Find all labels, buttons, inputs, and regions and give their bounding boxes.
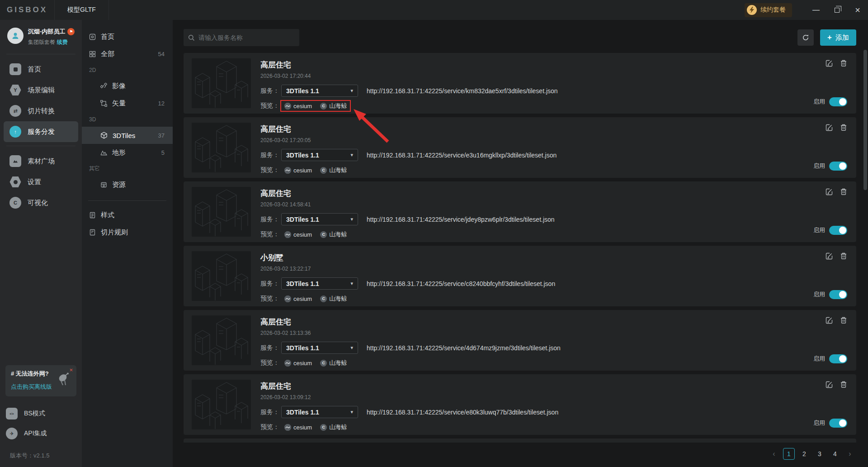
sidebar-item-visualization[interactable]: C 可视化 xyxy=(4,192,78,213)
sidebar-item-asset-market[interactable]: 素材广场 xyxy=(4,151,78,172)
enable-toggle[interactable] xyxy=(829,97,847,106)
enable-toggle[interactable] xyxy=(829,354,847,363)
home-outline-icon xyxy=(89,33,96,40)
service-card: 高层住宅 2026-03-02 13:13:36 服务： 3DTiles 1.1… xyxy=(184,310,856,371)
trash-icon xyxy=(840,252,847,260)
whale-preview-link[interactable]: C 山海鲸 xyxy=(320,359,347,367)
catalog-item-3dtiles[interactable]: 3DTiles 37 xyxy=(82,127,173,144)
service-type-select[interactable]: 3DTiles 1.1 ▾ xyxy=(281,149,358,161)
edit-button[interactable] xyxy=(826,59,833,67)
whale-preview-link[interactable]: C 山海鲸 xyxy=(320,102,347,110)
catalog-item-vector[interactable]: 矢量 12 xyxy=(82,95,173,112)
sidebar-item-bs-mode[interactable]: <> BS模式 xyxy=(0,404,82,424)
enable-toggle[interactable] xyxy=(829,162,847,171)
terrain-icon xyxy=(100,149,107,156)
catalog-item-home[interactable]: 首页 xyxy=(82,28,173,45)
sidebar-item-slice-convert[interactable]: ⇄ 切片转换 xyxy=(4,100,78,121)
whale-preview-link[interactable]: C 山海鲸 xyxy=(320,166,347,174)
vertical-scrollbar[interactable] xyxy=(863,50,867,190)
edit-button[interactable] xyxy=(826,188,833,195)
enable-toggle[interactable] xyxy=(829,226,847,235)
user-profile[interactable]: 沉烟-内部员工⚑ 集团版套餐续费 xyxy=(0,20,82,53)
catalog-label: 矢量 xyxy=(112,99,126,108)
satellite-icon xyxy=(100,83,107,90)
delete-button[interactable] xyxy=(840,59,847,67)
minimize-button[interactable]: — xyxy=(806,0,826,20)
catalog-item-style[interactable]: 样式 xyxy=(82,206,173,224)
preview-links: cesium C 山海鲸 xyxy=(281,358,350,368)
service-list: 高层住宅 2026-03-02 17:20:44 服务： 3DTiles 1.1… xyxy=(184,53,856,435)
catalog-item-imagery[interactable]: 影像 xyxy=(82,77,173,95)
service-type-value: 3DTiles 1.1 xyxy=(286,344,319,352)
delete-button[interactable] xyxy=(840,252,847,260)
plus-icon: + xyxy=(827,33,832,42)
cesium-label: cesium xyxy=(293,167,312,174)
cesium-preview-link[interactable]: cesium xyxy=(284,102,312,110)
service-type-select[interactable]: 3DTiles 1.1 ▾ xyxy=(281,277,358,290)
delete-button[interactable] xyxy=(840,381,847,388)
catalog-count: 37 xyxy=(158,132,165,139)
catalog-label: 首页 xyxy=(101,33,114,41)
service-type-select[interactable]: 3DTiles 1.1 ▾ xyxy=(281,85,358,97)
sidebar-item-scene-edit[interactable]: Y 场景编辑 xyxy=(4,80,78,100)
edit-button[interactable] xyxy=(826,381,833,388)
enable-toggle[interactable] xyxy=(829,419,847,428)
enable-toggle[interactable] xyxy=(829,290,847,299)
sidebar-item-api-integration[interactable]: ✈ API集成 xyxy=(0,424,82,443)
next-page-button[interactable]: › xyxy=(844,450,855,458)
toggle-knob xyxy=(839,227,846,234)
close-button[interactable]: × xyxy=(847,0,868,20)
whale-preview-link[interactable]: C 山海鲸 xyxy=(320,295,347,303)
catalog-item-slice-rule[interactable]: 切片规则 xyxy=(82,224,173,241)
cesium-icon xyxy=(284,360,291,367)
search-input[interactable] xyxy=(198,34,295,41)
delete-button[interactable] xyxy=(840,124,847,131)
enabled-label: 启用 xyxy=(813,291,825,299)
catalog-item-resource[interactable]: 资源 xyxy=(82,176,173,193)
refresh-button[interactable] xyxy=(797,29,814,46)
visualization-icon: C xyxy=(9,197,21,209)
cesium-label: cesium xyxy=(293,360,312,367)
whale-preview-link[interactable]: C 山海鲸 xyxy=(320,230,347,238)
service-name: 小别墅 xyxy=(260,253,555,263)
cesium-preview-link[interactable]: cesium xyxy=(284,166,312,174)
add-service-button[interactable]: + 添加 xyxy=(820,29,856,46)
sidebar-item-home[interactable]: 首页 xyxy=(4,59,78,80)
service-type-select[interactable]: 3DTiles 1.1 ▾ xyxy=(281,213,358,225)
tab-model-gltf[interactable]: 模型GLTF xyxy=(54,0,109,20)
user-name: 沉烟-内部员工 xyxy=(28,28,65,36)
catalog-item-all[interactable]: 全部 54 xyxy=(82,45,173,62)
edit-button[interactable] xyxy=(826,252,833,260)
page-button-3[interactable]: 3 xyxy=(814,448,826,460)
service-type-select[interactable]: 3DTiles 1.1 ▾ xyxy=(281,406,358,418)
renew-plan-button[interactable]: 续约套餐 xyxy=(745,3,792,17)
service-type-select[interactable]: 3DTiles 1.1 ▾ xyxy=(281,342,358,354)
delete-button[interactable] xyxy=(840,316,847,324)
caret-down-icon: ▾ xyxy=(350,281,353,286)
sidebar-item-service-distribution[interactable]: ↑ 服务分发 xyxy=(4,121,78,142)
restore-button[interactable] xyxy=(826,0,847,20)
renew-link[interactable]: 续费 xyxy=(57,39,68,45)
edit-button[interactable] xyxy=(826,316,833,324)
page-button-4[interactable]: 4 xyxy=(829,448,841,460)
preview-links: cesium C 山海鲸 xyxy=(281,294,350,304)
page-button-1[interactable]: 1 xyxy=(783,448,795,460)
cesium-preview-link[interactable]: cesium xyxy=(284,423,312,431)
delete-button[interactable] xyxy=(840,188,847,195)
enabled-label: 启用 xyxy=(813,419,825,427)
prev-page-button[interactable]: ‹ xyxy=(769,450,779,458)
cesium-preview-link[interactable]: cesium xyxy=(284,230,312,238)
catalog-count: 5 xyxy=(161,149,165,156)
cesium-preview-link[interactable]: cesium xyxy=(284,295,312,303)
catalog-label: 影像 xyxy=(112,82,126,91)
preview-links: cesium C 山海鲸 xyxy=(281,101,350,111)
page-button-2[interactable]: 2 xyxy=(798,448,810,460)
catalog-item-terrain[interactable]: 地形 5 xyxy=(82,144,173,161)
cesium-preview-link[interactable]: cesium xyxy=(284,359,312,367)
sidebar-item-settings[interactable]: 设置 xyxy=(4,172,78,192)
divider xyxy=(6,146,75,146)
service-type-label: 服务： xyxy=(260,151,281,159)
edit-button[interactable] xyxy=(826,124,833,131)
whale-preview-link[interactable]: C 山海鲸 xyxy=(320,423,347,431)
service-created-time: 2026-03-02 14:58:41 xyxy=(260,201,555,208)
